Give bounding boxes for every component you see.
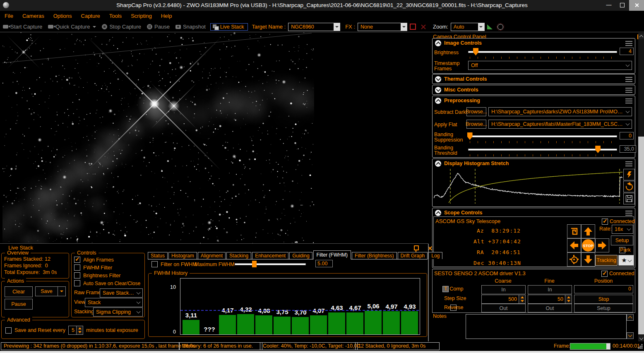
collapse-icon[interactable] [435,210,441,216]
panel-scrollbar[interactable] [638,33,644,341]
filter-on-fwhm-row[interactable]: Filter on FWHM [151,261,197,267]
pin-icon[interactable] [414,245,419,250]
slew-left-button[interactable] [567,238,581,252]
menu-icon[interactable] [625,98,632,99]
tab-alignment[interactable]: Alignment [198,252,226,259]
menu-capture[interactable]: Capture [77,11,105,22]
collapse-icon[interactable] [435,98,441,104]
coarse-in-button[interactable]: In [481,285,526,294]
menu-icon[interactable] [625,88,632,89]
spinner-buttons[interactable] [565,295,572,303]
collapse-icon[interactable] [435,40,441,46]
tab-histogram[interactable]: Histogram [168,252,197,259]
maximize-button[interactable] [616,0,628,11]
save-button[interactable]: Save [35,286,58,296]
menu-file[interactable]: File [0,11,18,22]
filter-on-fwhm-checkbox[interactable] [151,261,158,267]
live-stack-button[interactable]: Live Stack [210,23,248,31]
timestamp-frames-select[interactable]: Off [468,61,632,70]
scrollbar-thumb[interactable] [638,137,644,334]
banding-suppression-slider[interactable] [468,132,617,140]
auto-save-row[interactable]: Auto Save on Clear/Close [74,280,140,286]
maximum-fwhm-value[interactable]: 5.00 [315,260,333,267]
menu-icon[interactable] [625,211,632,211]
fwhm-filter-checkbox[interactable] [74,264,80,271]
banding-threshold-slider[interactable] [468,145,617,154]
spinner-buttons[interactable] [519,295,525,303]
align-frames-row[interactable]: Align Frames [74,257,114,263]
minimize-button[interactable]: — [603,0,615,11]
reset-stretch-button[interactable] [623,181,635,192]
tracking-rate-select[interactable]: ★ [618,255,634,266]
brightness-slider[interactable] [468,48,617,56]
slider-thumb[interactable] [252,261,257,267]
save-dropdown-button[interactable] [58,286,66,296]
quick-capture-button[interactable]: Quick Capture [45,24,99,30]
tab-filter-fwhm[interactable]: Filter (FWHM) [313,250,351,259]
expand-icon[interactable] [435,87,441,93]
save-reset-row[interactable]: Save and Reset every 5 minutes total exp… [5,326,138,335]
notes-scroll-up[interactable] [627,314,634,321]
scroll-down-button[interactable] [638,335,644,341]
menu-icon[interactable] [625,161,632,162]
auto-stretch-button[interactable] [623,169,635,180]
tab-log[interactable]: Log [428,252,442,259]
menu-icon[interactable] [625,41,632,42]
histogram-icon[interactable] [487,24,493,29]
spiral-search-button[interactable] [567,224,581,238]
start-capture-button[interactable]: Start Capture [0,24,45,30]
slider-thumb[interactable] [473,48,478,55]
clear-selection-icon[interactable] [421,24,426,29]
slew-stop-button[interactable]: STOP [581,238,595,252]
tab-drift-graph[interactable]: Drift Graph [398,252,428,259]
snapshot-button[interactable]: Snapshot [173,24,209,30]
image-viewport[interactable] [2,32,427,243]
align-frames-checkbox[interactable] [74,257,80,263]
close-button[interactable] [629,0,644,11]
focuser-stop-button[interactable]: Stop [574,295,633,304]
selection-area-icon[interactable] [410,24,416,30]
spinner-buttons[interactable] [76,326,83,334]
tab-enhancement[interactable]: Enhancement [252,252,288,259]
slew-down-button[interactable] [581,252,595,267]
menu-options[interactable]: Options [49,11,77,22]
scope-connected-checkbox[interactable] [602,219,608,225]
slew-up-button[interactable] [581,224,595,238]
fwhm-filter-row[interactable]: FWHM Filter [74,264,112,271]
subtract-dark-browse-button[interactable]: Browse... [466,107,486,116]
brightness-filter-checkbox[interactable] [74,272,80,279]
slew-right-button[interactable] [595,238,609,252]
tab-stacking[interactable]: Stacking [226,252,251,259]
tracking-button[interactable]: Tracking [595,255,618,266]
auto-save-checkbox[interactable] [74,280,80,286]
notes-input[interactable] [466,314,627,339]
slider-thumb[interactable] [467,132,473,140]
tab-filter-brightness[interactable]: Filter (Brightness) [352,252,397,259]
save-stretch-button[interactable] [623,193,635,204]
raw-frames-select[interactable]: Save Stacked [100,288,143,298]
goto-target-button[interactable] [567,252,581,267]
focuser-setup-button[interactable]: Setup [574,304,633,312]
target-name-select[interactable]: NGC6960 [288,23,340,31]
zoom-select[interactable]: Auto [451,23,485,31]
minutes-spinner[interactable]: 5 [68,326,83,335]
brightness-value[interactable]: 4 [620,48,634,55]
subtract-dark-select[interactable]: H:\Sharpcap_Captures\darks\ZWO ASI183MM … [488,107,632,116]
maximum-fwhm-slider[interactable] [235,260,306,268]
histogram-plot[interactable] [434,168,622,204]
apply-flat-select[interactable]: H:\Sharpcap_Captures\flats\MasterFlat_18… [488,120,632,129]
coarse-step-spinner[interactable]: 500 [481,295,526,304]
menu-tools[interactable]: Tools [105,11,126,22]
fine-in-button[interactable]: In [528,285,572,294]
resize-grip[interactable] [638,344,643,349]
menu-help[interactable]: Help [156,11,177,22]
notes-scroll-down[interactable] [627,332,634,339]
clear-button[interactable]: Clear [5,286,33,297]
fx-select[interactable]: None [358,23,407,31]
apply-flat-browse-button[interactable]: Browse... [466,120,486,129]
scope-setup-button[interactable]: Setup [611,235,633,245]
coarse-out-button[interactable]: Out [481,304,526,312]
save-split-button[interactable]: Save [35,286,66,296]
scroll-up-button[interactable] [638,33,644,39]
collapse-icon[interactable] [435,161,441,167]
